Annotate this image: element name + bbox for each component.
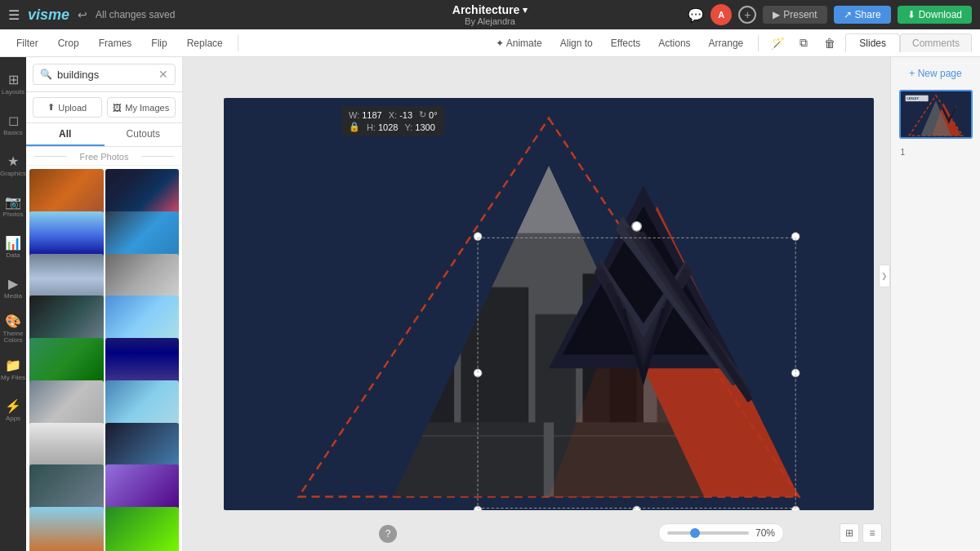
effects-button[interactable]: Effects	[604, 34, 647, 52]
topbar-right: 💬 A + ▶ Present ↗ Share ⬇ Download	[688, 4, 972, 25]
add-user-button[interactable]: +	[738, 6, 756, 24]
copy-icon[interactable]: ⧉	[793, 33, 814, 54]
zoom-slider[interactable]	[667, 531, 749, 535]
play-icon: ▶	[773, 9, 780, 20]
photos-tabs: All Cutouts	[26, 123, 182, 147]
wand-icon: ✦	[496, 38, 504, 49]
right-panel: + New page LESLEY ARCHITECTURE	[890, 57, 980, 551]
photos-actions: ⬆ Upload 🖼 My Images	[26, 92, 182, 123]
grid-view-button[interactable]: ⊞	[840, 523, 859, 543]
toolbar: Filter Crop Frames Flip Replace ✦ Animat…	[0, 29, 980, 57]
photos-grid	[26, 166, 182, 551]
download-button[interactable]: ⬇ Download	[898, 6, 972, 24]
download-icon: ⬇	[907, 9, 915, 20]
svg-text:LESLEY: LESLEY	[906, 97, 919, 100]
artwork-svg	[224, 98, 874, 510]
frames-button[interactable]: Frames	[91, 34, 140, 52]
avatar[interactable]: A	[710, 4, 732, 25]
sidebar-item-basics[interactable]: ◻ Basics	[1, 104, 25, 144]
free-photos-label: Free Photos	[26, 147, 182, 166]
sidebar-item-graphics[interactable]: ★ Graphics	[1, 145, 25, 184]
slide-thumbnail-1[interactable]: LESLEY ARCHITECTURE	[899, 90, 973, 139]
visme-logo: visme	[28, 7, 69, 24]
flip-button[interactable]: Flip	[143, 34, 175, 52]
upload-icon: ⬆	[47, 102, 55, 113]
svg-point-28	[632, 222, 642, 232]
layouts-icon: ⊞	[8, 72, 19, 87]
canvas-wrapper	[224, 98, 874, 510]
list-view-button[interactable]: ≡	[862, 523, 882, 543]
theme-colors-icon: 🎨	[5, 313, 21, 329]
toolbar-sep-2	[758, 35, 759, 51]
search-box: 🔍 ✕	[33, 64, 176, 85]
tab-all[interactable]: All	[26, 123, 105, 146]
actions-button[interactable]: Actions	[652, 34, 697, 52]
topbar-left: ☰ visme ↩ All changes saved	[8, 7, 175, 24]
tab-cutouts[interactable]: Cutouts	[105, 123, 183, 146]
replace-button[interactable]: Replace	[179, 34, 231, 52]
present-button[interactable]: ▶ Present	[763, 6, 826, 24]
align-to-button[interactable]: Align to	[554, 34, 599, 52]
saved-text: All changes saved	[96, 9, 175, 20]
sidebar-item-layouts[interactable]: ⊞ Layouts	[1, 64, 25, 103]
zoom-value: 70%	[755, 527, 775, 539]
data-icon: 📊	[5, 235, 21, 251]
search-icon: 🔍	[40, 69, 52, 80]
project-title: Architecture ▾	[452, 3, 528, 16]
chevron-down-icon[interactable]: ▾	[523, 5, 528, 16]
photos-search: 🔍 ✕	[26, 57, 182, 92]
list-item[interactable]	[105, 507, 180, 551]
media-icon: ▶	[8, 276, 18, 291]
animate-button[interactable]: ✦ Animate	[489, 34, 549, 52]
sidebar-item-photos[interactable]: 📷 Photos	[1, 186, 25, 225]
share-icon: ↗	[844, 9, 852, 20]
sidebar-item-apps[interactable]: ⚡ Apps	[1, 390, 25, 429]
filter-button[interactable]: Filter	[8, 34, 47, 52]
icon-sidebar: ⊞ Layouts ◻ Basics ★ Graphics 📷 Photos 📊…	[0, 57, 26, 551]
notifications-icon[interactable]: 💬	[688, 7, 704, 23]
graphics-icon: ★	[7, 153, 19, 169]
slide-container: LESLEY ARCHITECTURE 1	[899, 90, 973, 142]
topbar-center: Architecture ▾ By Alejandra	[452, 3, 528, 26]
tab-slides[interactable]: Slides	[845, 33, 900, 52]
tab-comments[interactable]: Comments	[900, 33, 972, 52]
topbar: ☰ visme ↩ All changes saved Architecture…	[0, 0, 980, 29]
bottom-icons: ⊞ ≡	[840, 523, 882, 543]
undo-icon[interactable]: ↩	[78, 8, 87, 21]
search-input[interactable]	[57, 69, 154, 81]
slide-number: 1	[899, 148, 973, 157]
photos-icon: 📷	[5, 194, 21, 210]
apps-icon: ⚡	[5, 398, 21, 414]
my-images-button[interactable]: 🖼 My Images	[107, 97, 176, 118]
tabs-right: Slides Comments	[845, 33, 972, 52]
toolbar-right: ✦ Animate Align to Effects Actions Arran…	[489, 33, 972, 54]
share-button[interactable]: ↗ Share	[834, 6, 891, 24]
upload-button[interactable]: ⬆ Upload	[33, 97, 102, 118]
help-button[interactable]: ?	[379, 525, 397, 543]
new-page-button[interactable]: + New page	[894, 64, 977, 83]
images-icon: 🖼	[113, 103, 122, 113]
zoom-bar: 70%	[658, 523, 784, 543]
slide-preview-svg: LESLEY ARCHITECTURE	[901, 91, 971, 137]
arrange-button[interactable]: Arrange	[702, 34, 751, 52]
canvas-area[interactable]: W: 1187 X: -13 ↻ 0° 🔒 H: 1028	[183, 57, 890, 551]
magic-wand-icon[interactable]: 🪄	[767, 33, 788, 54]
my-files-icon: 📁	[5, 358, 21, 373]
photos-panel: 🔍 ✕ ⬆ Upload 🖼 My Images All Cutouts Fre…	[26, 57, 183, 551]
sidebar-item-my-files[interactable]: 📁 My Files	[1, 349, 25, 389]
svg-text:ARCHITECTURE: ARCHITECTURE	[906, 101, 924, 104]
sidebar-item-theme-colors[interactable]: 🎨 Theme Colors	[1, 309, 25, 348]
project-subtitle: By Alejandra	[465, 16, 515, 26]
trash-icon[interactable]: 🗑	[819, 33, 840, 54]
crop-button[interactable]: Crop	[50, 34, 87, 52]
hamburger-icon[interactable]: ☰	[8, 7, 20, 23]
basics-icon: ◻	[8, 113, 19, 128]
sidebar-item-media[interactable]: ▶ Media	[1, 268, 25, 307]
search-clear-icon[interactable]: ✕	[158, 68, 168, 81]
list-item[interactable]	[29, 507, 104, 551]
sidebar-item-data[interactable]: 📊 Data	[1, 227, 25, 266]
main-layout: ⊞ Layouts ◻ Basics ★ Graphics 📷 Photos 📊…	[0, 57, 980, 551]
toolbar-separator	[238, 35, 238, 51]
